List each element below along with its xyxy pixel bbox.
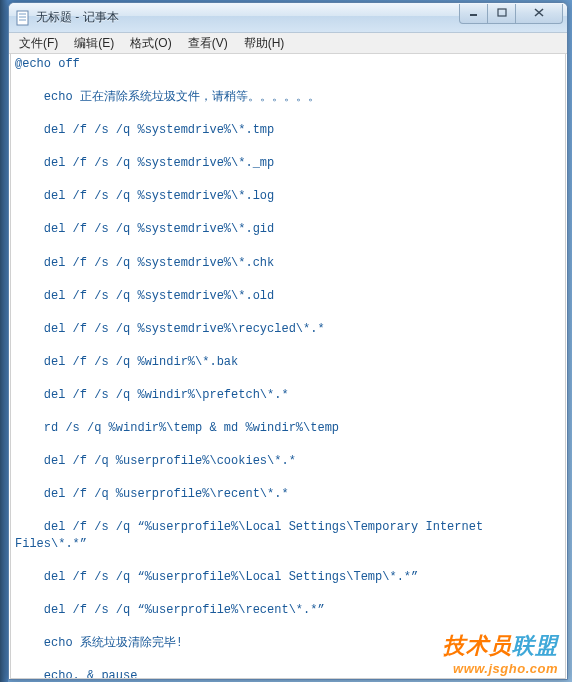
menu-file[interactable]: 文件(F) xyxy=(11,33,66,54)
svg-rect-0 xyxy=(17,11,28,25)
menubar: 文件(F) 编辑(E) 格式(O) 查看(V) 帮助(H) xyxy=(9,33,567,54)
menu-help[interactable]: 帮助(H) xyxy=(236,33,293,54)
menu-view[interactable]: 查看(V) xyxy=(180,33,236,54)
notepad-window: 无标题 - 记事本 文件(F) 编辑(E) 格式(O) 查看(V) 帮助(H) … xyxy=(8,2,568,680)
menu-edit[interactable]: 编辑(E) xyxy=(66,33,122,54)
menu-format[interactable]: 格式(O) xyxy=(122,33,179,54)
notepad-icon xyxy=(15,10,31,26)
window-title: 无标题 - 记事本 xyxy=(36,9,460,26)
maximize-button[interactable] xyxy=(487,4,516,24)
text-area[interactable]: @echo off echo 正在清除系统垃圾文件，请稍等。。。。。。 del … xyxy=(10,54,566,679)
svg-rect-5 xyxy=(498,9,506,16)
close-button[interactable] xyxy=(515,4,563,24)
minimize-button[interactable] xyxy=(459,4,488,24)
window-controls xyxy=(460,4,567,24)
titlebar[interactable]: 无标题 - 记事本 xyxy=(9,3,567,33)
